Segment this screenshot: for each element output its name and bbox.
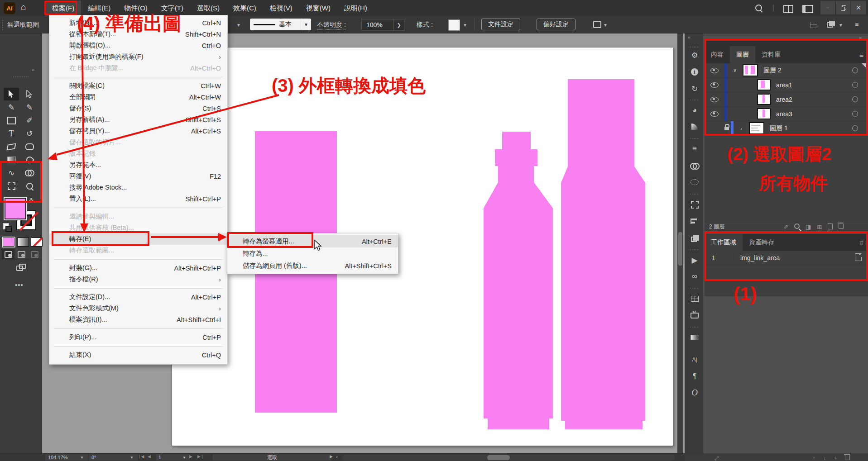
opacity-label[interactable]: 不透明度 : — [317, 21, 346, 30]
layer-thumbnail[interactable] — [749, 122, 764, 134]
menu-file[interactable]: 檔案(F) — [45, 0, 81, 16]
style-chevron-icon[interactable]: ▼ — [463, 23, 467, 28]
make-mask-icon[interactable]: ◨ — [806, 223, 811, 230]
object-thumbnail[interactable] — [757, 108, 771, 119]
hscroll-thumb[interactable] — [487, 455, 510, 460]
hscroll-left-icon[interactable]: ‹ — [336, 454, 338, 460]
menu-item-open[interactable]: 開啟舊檔(O)...Ctrl+O — [49, 40, 227, 51]
draw-behind-mode-button[interactable] — [15, 249, 28, 259]
menu-item-new[interactable]: 新增(N)...Ctrl+N — [49, 17, 227, 29]
shape-area3[interactable] — [561, 79, 645, 429]
canvas-horizontal-scrollbar[interactable] — [342, 455, 675, 461]
dock-grip[interactable] — [690, 47, 698, 48]
prev-artboard-icon[interactable]: ◀ — [148, 454, 151, 459]
menu-item-search-stock[interactable]: 搜尋 Adobe Stock... — [49, 182, 227, 193]
layer-row-area2[interactable]: area2 — [705, 92, 868, 107]
info-panel-icon[interactable]: i — [690, 67, 700, 77]
swap-fill-stroke-icon[interactable]: ⇄ — [26, 196, 35, 205]
workspace-switcher-icon[interactable] — [783, 5, 793, 13]
arrange-documents-icon[interactable] — [802, 5, 813, 13]
rotate-tool[interactable]: ↺ — [22, 128, 37, 139]
artboard-tool[interactable] — [4, 180, 19, 192]
menu-item-exit[interactable]: 結束(X)Ctrl+Q — [49, 349, 227, 361]
locate-object-icon[interactable] — [794, 223, 800, 230]
dock-grip[interactable] — [690, 138, 698, 140]
menu-edit[interactable]: 編輯(E) — [81, 0, 117, 16]
tab-properties[interactable]: 內容 — [705, 46, 730, 63]
status-expand-icon[interactable]: ▶ — [330, 454, 333, 459]
home-icon[interactable]: ⌂ — [21, 2, 26, 12]
stroke-style-chevron-icon[interactable]: ▼ — [301, 19, 311, 30]
pen-tool[interactable]: ✎ — [4, 101, 19, 113]
color-guide-panel-icon[interactable] — [690, 122, 700, 132]
menu-item-new-from-template[interactable]: 從範本新增(T)...Shift+Ctrl+N — [49, 29, 227, 40]
dock-grip[interactable] — [690, 327, 698, 328]
layer-name[interactable]: 圖層 2 — [763, 67, 782, 75]
menu-item-place[interactable]: 置入(L)...Shift+Ctrl+P — [49, 193, 227, 204]
opacity-input[interactable]: 100% — [361, 19, 398, 31]
chevron-right-icon[interactable]: › — [734, 126, 749, 131]
paintbrush-tool[interactable]: ✐ — [22, 114, 37, 126]
artboard-name[interactable]: img_link_area — [734, 254, 780, 261]
target-circle-icon[interactable] — [852, 111, 858, 117]
tab-asset-export[interactable]: 資產轉存 — [743, 234, 781, 251]
document-setup-button[interactable]: 文件設定 — [481, 19, 520, 30]
properties-panel-icon[interactable]: ⚙ — [690, 50, 700, 60]
target-circle-icon[interactable] — [852, 82, 858, 88]
object-thumbnail[interactable] — [757, 94, 771, 105]
menu-view[interactable]: 檢視(V) — [263, 0, 299, 16]
artboard-row[interactable]: 1 img_link_area — [705, 251, 868, 265]
none-mode-swatch[interactable] — [31, 238, 43, 247]
rotation-chevron-icon[interactable]: ▼ — [126, 454, 138, 461]
eyedropper-tool[interactable] — [22, 154, 37, 166]
curvature-tool[interactable]: ✎ — [22, 101, 37, 113]
gradient-mode-swatch[interactable] — [17, 238, 29, 247]
stroke-style-select[interactable]: 基本 — [250, 19, 308, 30]
eraser-tool[interactable] — [4, 141, 19, 152]
dock-grip[interactable] — [690, 249, 698, 251]
toolbar-grip[interactable] — [13, 76, 29, 78]
export-panel-icon[interactable] — [690, 294, 700, 304]
menu-item-scripts[interactable]: 指令檔(R)› — [49, 274, 227, 285]
menu-help[interactable]: 說明(H) — [337, 0, 374, 16]
object-name[interactable]: area2 — [776, 96, 792, 103]
add-icon[interactable]: + — [834, 455, 837, 461]
rotation-select[interactable]: 0° — [89, 454, 130, 461]
layer-row-area1[interactable]: area1 — [705, 78, 868, 92]
close-button[interactable]: ✕ — [851, 1, 866, 14]
layer-thumbnail[interactable] — [743, 64, 758, 76]
gradient-tool[interactable] — [4, 154, 19, 166]
menu-item-file-info[interactable]: 檔案資訊(I)...Alt+Shift+Ctrl+I — [49, 314, 227, 325]
canvas-vertical-scrollbar[interactable] — [677, 33, 683, 453]
dock-grip[interactable] — [690, 194, 698, 195]
tab-libraries[interactable]: 資料庫 — [755, 46, 787, 63]
dock-bottom-expand-icon[interactable]: ⤢ — [715, 455, 719, 461]
tab-layers[interactable]: 圖層 — [730, 46, 755, 63]
search-icon[interactable] — [755, 5, 762, 11]
menu-item-print[interactable]: 列印(P)...Ctrl+P — [49, 332, 227, 343]
menu-item-save[interactable]: 儲存(S)Ctrl+S — [49, 103, 227, 114]
gradient-panel-icon[interactable] — [690, 177, 700, 187]
stroke-panel-icon[interactable]: ≡ — [690, 144, 700, 154]
style-swatch[interactable] — [448, 19, 460, 31]
shape-builder-tool[interactable] — [22, 167, 37, 179]
menu-select[interactable]: 選取(S) — [190, 0, 226, 16]
preferences-button[interactable]: 偏好設定 — [537, 19, 575, 30]
collapse-dock-icon[interactable]: « — [688, 34, 691, 40]
select-similar-chevron-icon[interactable]: ▼ — [603, 23, 608, 28]
visibility-eye-icon[interactable] — [710, 97, 719, 102]
control-bar-grip[interactable] — [2, 20, 3, 30]
zoom-tool[interactable] — [22, 180, 37, 192]
width-tool[interactable]: ∿ — [4, 167, 19, 179]
dock-grip[interactable] — [690, 100, 698, 101]
zoom-chevron-icon[interactable]: ▼ — [76, 454, 88, 461]
last-artboard-icon[interactable]: ▶❘ — [197, 454, 204, 459]
collect-for-export-icon[interactable]: ⇗ — [783, 223, 788, 230]
target-circle-icon[interactable] — [852, 67, 858, 73]
restore-button[interactable] — [836, 1, 850, 14]
target-circle-icon[interactable] — [852, 96, 858, 102]
menu-window[interactable]: 視窗(W) — [299, 0, 337, 16]
menu-item-close-all[interactable]: 全部關閉Alt+Ctrl+W — [49, 91, 227, 103]
object-name[interactable]: area3 — [776, 110, 792, 118]
delete-layer-icon[interactable] — [839, 223, 844, 230]
